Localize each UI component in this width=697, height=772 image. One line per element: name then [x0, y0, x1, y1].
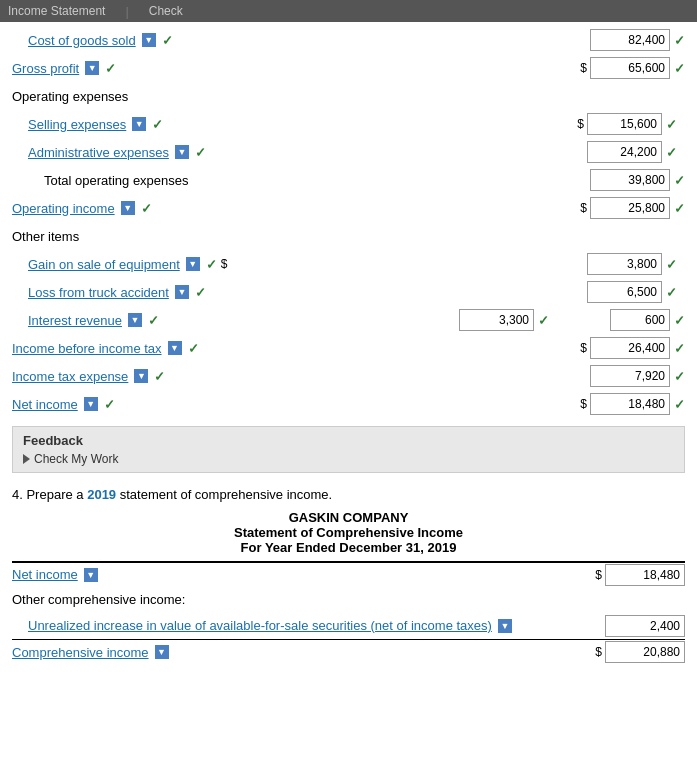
operating-income-right-check: ✓: [674, 201, 685, 216]
admin-expenses-row: Administrative expenses ▼ ✓ ✓: [12, 140, 685, 164]
interest-revenue-row: Interest revenue ▼ ✓ ✓ ✓: [12, 308, 685, 332]
cost-of-goods-row: Cost of goods sold ▼ ✓ ✓: [12, 28, 685, 52]
comp-net-income-row: Net income ▼ $: [12, 561, 685, 587]
gain-on-sale-row: Gain on sale of equipment ▼ ✓ $ ✓: [12, 252, 685, 276]
section-4: 4. Prepare a 2019 statement of comprehen…: [12, 487, 685, 665]
net-income-right-check: ✓: [674, 397, 685, 412]
income-tax-expense-right-check: ✓: [674, 369, 685, 384]
total-operating-label: Total operating expenses: [44, 173, 189, 188]
comprehensive-income-dollar: $: [595, 645, 602, 659]
gain-on-sale-dropdown[interactable]: ▼: [186, 257, 200, 271]
admin-expenses-input[interactable]: [587, 141, 662, 163]
net-income-label[interactable]: Net income: [12, 397, 78, 412]
cost-of-goods-label[interactable]: Cost of goods sold: [28, 33, 136, 48]
selling-expenses-input[interactable]: [587, 113, 662, 135]
income-before-tax-check: ✓: [188, 341, 199, 356]
operating-expenses-label: Operating expenses: [12, 89, 128, 104]
income-before-tax-dollar: $: [580, 341, 587, 355]
income-before-tax-right-check: ✓: [674, 341, 685, 356]
other-comp-label: Other comprehensive income:: [12, 592, 185, 607]
section-4-year: 2019: [87, 487, 116, 502]
comp-net-income-dollar: $: [595, 568, 602, 582]
interest-revenue-check2: ✓: [538, 313, 549, 328]
triangle-icon: [23, 454, 30, 464]
loss-truck-label[interactable]: Loss from truck accident: [28, 285, 169, 300]
loss-truck-check: ✓: [195, 285, 206, 300]
income-before-tax-row: Income before income tax ▼ ✓ $ ✓: [12, 336, 685, 360]
interest-revenue-check1: ✓: [148, 313, 159, 328]
gross-profit-input[interactable]: [590, 57, 670, 79]
comprehensive-income-input[interactable]: [605, 641, 685, 663]
gain-on-sale-input[interactable]: [587, 253, 662, 275]
income-tax-expense-input[interactable]: [590, 365, 670, 387]
gross-profit-row: Gross profit ▼ ✓ $ ✓: [12, 56, 685, 80]
gain-on-sale-check1: ✓: [206, 257, 217, 272]
comprehensive-income-table: Net income ▼ $ Other comprehensive incom…: [12, 561, 685, 665]
gain-on-sale-label[interactable]: Gain on sale of equipment: [28, 257, 180, 272]
total-operating-check: ✓: [674, 173, 685, 188]
gross-profit-label[interactable]: Gross profit: [12, 61, 79, 76]
selling-expenses-row: Selling expenses ▼ ✓ $ ✓: [12, 112, 685, 136]
comp-net-income-input[interactable]: [605, 564, 685, 586]
interest-revenue-label[interactable]: Interest revenue: [28, 313, 122, 328]
operating-income-input[interactable]: [590, 197, 670, 219]
check-my-work-button[interactable]: Check My Work: [23, 452, 674, 466]
unrealized-row: Unrealized increase in value of availabl…: [12, 613, 685, 639]
gain-on-sale-right-check: ✓: [666, 257, 677, 272]
income-before-tax-label[interactable]: Income before income tax: [12, 341, 162, 356]
unrealized-dropdown[interactable]: ▼: [498, 619, 512, 633]
selling-dollar: $: [577, 117, 584, 131]
income-before-tax-input[interactable]: [590, 337, 670, 359]
gross-profit-check: ✓: [105, 61, 116, 76]
comprehensive-income-label[interactable]: Comprehensive income: [12, 645, 149, 660]
operating-income-dropdown[interactable]: ▼: [121, 201, 135, 215]
selling-expenses-label[interactable]: Selling expenses: [28, 117, 126, 132]
total-operating-input[interactable]: [590, 169, 670, 191]
loss-truck-dropdown[interactable]: ▼: [175, 285, 189, 299]
selling-expenses-check: ✓: [152, 117, 163, 132]
operating-expenses-header-row: Operating expenses: [12, 84, 685, 108]
loss-truck-input[interactable]: [587, 281, 662, 303]
net-income-row: Net income ▼ ✓ $ ✓: [12, 392, 685, 416]
income-before-tax-dropdown[interactable]: ▼: [168, 341, 182, 355]
interest-revenue-input1[interactable]: [459, 309, 534, 331]
interest-revenue-input2[interactable]: [610, 309, 670, 331]
gain-on-sale-dollar: $: [221, 257, 228, 271]
interest-revenue-dropdown[interactable]: ▼: [128, 313, 142, 327]
loss-truck-row: Loss from truck accident ▼ ✓ ✓: [12, 280, 685, 304]
net-income-input[interactable]: [590, 393, 670, 415]
income-tax-expense-row: Income tax expense ▼ ✓ ✓: [12, 364, 685, 388]
selling-expenses-right-check: ✓: [666, 117, 677, 132]
operating-income-label[interactable]: Operating income: [12, 201, 115, 216]
admin-expenses-dropdown[interactable]: ▼: [175, 145, 189, 159]
top-bar-label1: Income Statement: [8, 4, 105, 18]
total-operating-row: Total operating expenses ✓: [12, 168, 685, 192]
cost-of-goods-right-check: ✓: [674, 33, 685, 48]
gross-profit-right-check: ✓: [674, 61, 685, 76]
comprehensive-income-row: Comprehensive income ▼ $: [12, 639, 685, 665]
unrealized-label[interactable]: Unrealized increase in value of availabl…: [28, 618, 492, 633]
comprehensive-income-dropdown[interactable]: ▼: [155, 645, 169, 659]
net-income-dollar: $: [580, 397, 587, 411]
gross-profit-dropdown[interactable]: ▼: [85, 61, 99, 75]
statement-period: For Year Ended December 31, 2019: [12, 540, 685, 555]
selling-expenses-dropdown[interactable]: ▼: [132, 117, 146, 131]
feedback-section: Feedback Check My Work: [12, 426, 685, 473]
other-items-label: Other items: [12, 229, 79, 244]
cost-of-goods-dropdown[interactable]: ▼: [142, 33, 156, 47]
unrealized-input[interactable]: [605, 615, 685, 637]
operating-income-check: ✓: [141, 201, 152, 216]
operating-income-dollar: $: [580, 201, 587, 215]
income-tax-expense-label[interactable]: Income tax expense: [12, 369, 128, 384]
admin-expenses-label[interactable]: Administrative expenses: [28, 145, 169, 160]
check-my-work-label: Check My Work: [34, 452, 118, 466]
comp-net-income-label[interactable]: Net income: [12, 567, 78, 582]
comp-net-income-dropdown[interactable]: ▼: [84, 568, 98, 582]
other-comp-header-row: Other comprehensive income:: [12, 587, 685, 613]
net-income-dropdown[interactable]: ▼: [84, 397, 98, 411]
cost-of-goods-input[interactable]: [590, 29, 670, 51]
net-income-check: ✓: [104, 397, 115, 412]
other-items-header-row: Other items: [12, 224, 685, 248]
income-tax-expense-dropdown[interactable]: ▼: [134, 369, 148, 383]
section-4-text2: statement of comprehensive income.: [120, 487, 332, 502]
